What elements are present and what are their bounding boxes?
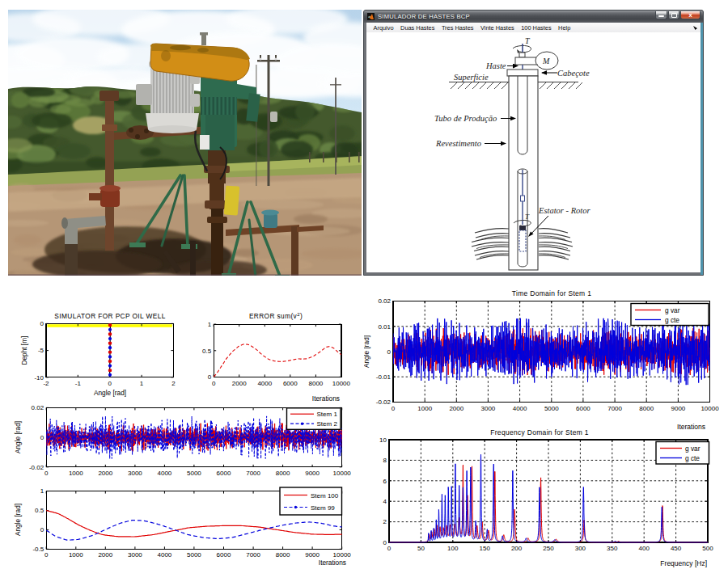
svg-text:500: 500 [702,545,713,552]
svg-text:1: 1 [208,321,212,328]
svg-text:6000: 6000 [576,405,590,412]
svg-text:M: M [542,57,550,65]
svg-text:g cte: g cte [665,316,679,324]
svg-text:-0.02: -0.02 [29,464,44,471]
svg-text:SIMULATOR FOR PCP OIL WELL: SIMULATOR FOR PCP OIL WELL [54,312,165,320]
svg-text:0.5: 0.5 [35,507,44,514]
svg-text:10000: 10000 [700,405,719,412]
svg-text:Haste: Haste [485,61,506,70]
svg-text:50: 50 [417,545,425,552]
svg-text:0: 0 [108,380,112,387]
svg-text:4000: 4000 [257,380,272,387]
svg-text:300: 300 [575,545,586,552]
svg-text:8000: 8000 [276,551,290,559]
svg-text:Time Domain for Stem 1: Time Domain for Stem 1 [512,289,591,297]
svg-text:200: 200 [511,545,523,552]
svg-text:250: 250 [543,545,554,552]
svg-text:1: 1 [140,380,144,387]
svg-text:1000: 1000 [69,470,83,477]
svg-text:9000: 9000 [305,470,320,477]
svg-text:2000: 2000 [98,551,112,559]
svg-text:3000: 3000 [128,551,142,559]
svg-text:0: 0 [392,405,396,412]
svg-text:g var: g var [685,445,700,453]
svg-text:Stem 100: Stem 100 [311,492,339,500]
svg-text:T: T [525,36,531,45]
svg-text:150: 150 [480,545,491,552]
svg-text:8: 8 [383,457,387,464]
svg-text:0: 0 [44,551,49,559]
svg-text:0.01: 0.01 [378,323,391,331]
svg-text:6000: 6000 [217,551,231,559]
svg-text:4: 4 [383,498,387,505]
svg-text:9000: 9000 [671,405,686,412]
svg-text:Iterations: Iterations [677,423,705,431]
svg-text:3000: 3000 [481,405,496,412]
svg-text:-5: -5 [38,347,44,354]
svg-text:8000: 8000 [276,470,290,477]
svg-text:2000: 2000 [449,405,463,412]
svg-text:-1: -1 [75,380,82,387]
svg-text:0: 0 [383,539,387,546]
svg-text:5000: 5000 [187,470,201,477]
svg-text:Stem 2: Stem 2 [317,420,338,428]
svg-text:0.02: 0.02 [378,297,391,305]
svg-text:0: 0 [212,380,216,387]
svg-text:0.5: 0.5 [202,348,212,355]
svg-text:6000: 6000 [217,470,231,477]
svg-text:Angle [rad]: Angle [rad] [364,335,370,368]
svg-text:1000: 1000 [417,405,432,412]
svg-text:0: 0 [44,470,49,477]
svg-text:4000: 4000 [158,551,172,559]
svg-text:7000: 7000 [607,405,622,412]
svg-text:0.02: 0.02 [32,404,44,411]
svg-text:Angle [rad]: Angle [rad] [14,504,22,536]
svg-text:Revestimento: Revestimento [435,139,481,148]
svg-text:Angle [rad]: Angle [rad] [14,421,22,453]
svg-text:10: 10 [379,436,387,444]
svg-text:-0.5: -0.5 [32,546,44,553]
svg-text:5000: 5000 [544,405,559,412]
svg-text:0: 0 [387,348,392,356]
svg-text:Frequency [Hz]: Frequency [Hz] [660,559,707,567]
svg-text:8000: 8000 [309,380,324,387]
svg-text:3000: 3000 [128,470,142,477]
svg-text:Superficie: Superficie [454,73,489,82]
svg-text:0: 0 [387,545,392,552]
svg-text:4000: 4000 [158,470,172,477]
svg-text:4000: 4000 [513,405,527,412]
svg-text:100: 100 [447,545,459,552]
svg-text:1: 1 [40,487,44,495]
svg-text:400: 400 [639,545,650,552]
svg-text:Stem 99: Stem 99 [311,504,335,512]
svg-text:Stem 1: Stem 1 [317,411,338,418]
svg-text:0: 0 [40,434,44,441]
svg-text:-10: -10 [34,374,44,382]
svg-text:7000: 7000 [246,551,260,559]
svg-text:2: 2 [383,518,387,525]
svg-text:0: 0 [208,373,212,381]
svg-text:7000: 7000 [246,470,260,477]
svg-text:0: 0 [40,320,44,327]
svg-text:Tubo de Produção: Tubo de Produção [434,114,497,123]
svg-text:Iterations: Iterations [312,394,340,403]
svg-text:10000: 10000 [333,470,352,477]
svg-text:1000: 1000 [69,551,83,559]
svg-text:9000: 9000 [305,551,320,559]
svg-text:ERROR sum(v2): ERROR sum(v2) [249,312,303,320]
svg-text:Cabeçote: Cabeçote [557,69,590,78]
svg-text:-0.02: -0.02 [376,398,392,406]
svg-text:8000: 8000 [639,405,654,412]
svg-text:2000: 2000 [98,470,112,477]
svg-text:g var: g var [665,306,680,314]
svg-text:5000: 5000 [187,551,201,559]
svg-text:10000: 10000 [332,380,351,387]
svg-text:Estator - Rotor: Estator - Rotor [538,206,590,215]
svg-text:450: 450 [671,545,682,552]
svg-text:2000: 2000 [232,380,247,387]
svg-text:-0.01: -0.01 [376,373,392,381]
svg-text:g cte: g cte [685,454,700,462]
svg-text:350: 350 [607,545,618,552]
svg-text:-2: -2 [43,380,49,387]
svg-text:Depht [m]: Depht [m] [20,336,28,365]
